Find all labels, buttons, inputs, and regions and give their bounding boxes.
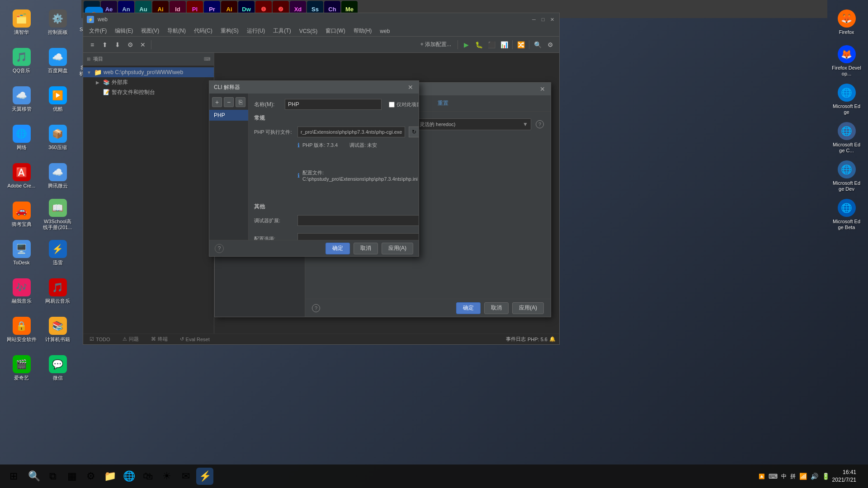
cli-copy-button[interactable]: ⎘ bbox=[236, 97, 245, 107]
toolbar-hide-btn[interactable]: ✕ bbox=[137, 39, 148, 50]
tree-item-web[interactable]: ▼ 📁 web C:\phpstudy_pro\WWW\web bbox=[83, 67, 214, 77]
menu-code[interactable]: 代码(C) bbox=[190, 26, 216, 36]
toolbar-profile-btn[interactable]: 📊 bbox=[499, 39, 509, 50]
desktop-icon-wechat[interactable]: 💬 微信 bbox=[41, 350, 75, 386]
desktop-icon-baidu[interactable]: ☁️ 百度网盘 bbox=[41, 43, 75, 79]
toolbar-search-btn[interactable]: 🔍 bbox=[532, 39, 543, 50]
toolbar-settings-btn[interactable]: ⚙ bbox=[125, 39, 136, 50]
sys-tray-arrow[interactable]: 🔼 bbox=[759, 474, 765, 479]
desktop-icon-network[interactable]: 🌐 网络 bbox=[5, 120, 38, 156]
menu-window[interactable]: 窗口(W) bbox=[322, 26, 349, 36]
desktop-icon-edge-beta[interactable]: 🌐 Microsoft Edge Beta bbox=[830, 197, 863, 233]
ide-close-button[interactable]: ✕ bbox=[548, 16, 556, 23]
tab-todo[interactable]: ☑ TODO bbox=[87, 335, 113, 343]
taskbar-widgets-button[interactable]: ▦ bbox=[63, 468, 80, 485]
toolbar-project-btn[interactable]: ≡ bbox=[87, 39, 98, 50]
cli-config-options-input[interactable] bbox=[297, 233, 419, 240]
desktop-icon-netease[interactable]: 🎵 网易云音乐 bbox=[41, 273, 75, 310]
taskbar-explorer-button[interactable]: 📁 bbox=[101, 468, 118, 485]
desktop-icon-firefox-dev[interactable]: 🦊 Firefox Develop... bbox=[830, 43, 863, 79]
desktop-icon-tianyiyun[interactable]: ☁️ 天翼移管 bbox=[5, 81, 38, 117]
desktop-icon-youku[interactable]: ▶️ 优酷 bbox=[41, 81, 75, 117]
taskbar-corner-button[interactable] bbox=[859, 468, 864, 485]
menu-run[interactable]: 运行(U) bbox=[243, 26, 269, 36]
cli-exe-refresh-button[interactable]: ↻ bbox=[409, 127, 419, 137]
youku-label: 优酷 bbox=[53, 106, 63, 112]
taskbar-clock[interactable]: 16:41 2021/7/21 bbox=[832, 469, 856, 484]
taskbar-store-button[interactable]: 🛍 bbox=[139, 468, 156, 485]
toolbar-btn2[interactable]: ⬇ bbox=[112, 39, 123, 50]
tab-eval-reset[interactable]: ↺ Eval Reset bbox=[177, 335, 212, 343]
desktop-icon-tencent[interactable]: ☁️ 腾讯微云 bbox=[41, 158, 75, 194]
cli-name-input[interactable] bbox=[285, 99, 382, 110]
desktop-icon-controlpanel[interactable]: ⚙️ 控制面板 bbox=[41, 5, 75, 41]
desktop-icon-w3school[interactable]: 📖 W3School高线手册(201... bbox=[41, 197, 75, 233]
menu-help[interactable]: 帮助(H) bbox=[350, 26, 376, 36]
ide-minimize-button[interactable]: ─ bbox=[530, 16, 538, 23]
tree-item-scratch[interactable]: 📝 暂存文件和控制台 bbox=[83, 87, 214, 97]
desktop-icon-qikao[interactable]: 🚗 骑考宝典 bbox=[5, 197, 38, 233]
toolbar-run-btn[interactable]: ▶ bbox=[461, 39, 472, 50]
start-button[interactable]: ⊞ bbox=[4, 466, 24, 486]
cli-list-item-php[interactable]: PHP bbox=[209, 110, 248, 121]
php-level-help-icon[interactable]: ? bbox=[536, 120, 544, 128]
desktop-icon-manzhi[interactable]: 🗂️ 满智华 bbox=[5, 5, 38, 41]
tree-item-extlib[interactable]: ▶ 📚 外部库 bbox=[83, 77, 214, 87]
settings-reset-link[interactable]: 重置 bbox=[438, 99, 448, 107]
menu-tools[interactable]: 工具(T) bbox=[269, 26, 294, 36]
settings-ok-button[interactable]: 确定 bbox=[456, 302, 481, 314]
menu-edit[interactable]: 编辑(E) bbox=[111, 26, 137, 36]
toolbar-vcs-btn[interactable]: 🔀 bbox=[515, 39, 526, 50]
taskbar-phpstorm-button[interactable]: ⚡ bbox=[196, 468, 213, 485]
sys-volume-icon[interactable]: 🔊 bbox=[811, 473, 818, 480]
taskbar-search-button[interactable]: 🔍 bbox=[25, 468, 42, 485]
tab-terminal[interactable]: ⌘ 终端 bbox=[148, 335, 170, 343]
cli-ok-button[interactable]: 确定 bbox=[326, 243, 350, 254]
toolbar-btn1[interactable]: ⬆ bbox=[99, 39, 110, 50]
sys-wifi-icon[interactable]: 📶 bbox=[799, 473, 807, 480]
ide-maximize-button[interactable]: □ bbox=[539, 16, 547, 23]
toolbar-debug-btn[interactable]: 🐛 bbox=[473, 39, 484, 50]
settings-apply-button[interactable]: 应用(A) bbox=[512, 302, 544, 314]
desktop-icon-firefox[interactable]: 🦊 Firefox bbox=[830, 5, 863, 41]
menu-file[interactable]: 文件(F) bbox=[85, 26, 110, 36]
desktop-icon-huoyun[interactable]: 🔒 网站安全软件 bbox=[5, 312, 38, 348]
desktop-icon-xunlei[interactable]: ⚡ 迅雷 bbox=[41, 235, 75, 271]
cli-apply-button[interactable]: 应用(A) bbox=[382, 243, 413, 254]
toolbar-more-btn[interactable]: ⚙ bbox=[545, 39, 556, 50]
taskbar-taskview-button[interactable]: ⧉ bbox=[44, 468, 61, 485]
cli-close-button[interactable]: ✕ bbox=[407, 84, 414, 91]
taskbar-mail-button[interactable]: ✉ bbox=[177, 468, 194, 485]
settings-help-button[interactable]: ? bbox=[312, 304, 320, 312]
desktop-icon-edge-dev[interactable]: 🌐 Microsoft Edge Dev bbox=[830, 158, 863, 194]
menu-view[interactable]: 视图(V) bbox=[137, 26, 163, 36]
cli-only-project-checkbox[interactable] bbox=[389, 102, 395, 108]
desktop-icon-rongwo[interactable]: 🎶 融我音乐 bbox=[5, 273, 38, 310]
menu-refactor[interactable]: 重构(S) bbox=[217, 26, 242, 36]
cli-remove-button[interactable]: − bbox=[224, 97, 234, 107]
desktop-icon-edge[interactable]: 🌐 Microsoft Edge bbox=[830, 81, 863, 117]
desktop-icon-qqmusic[interactable]: 🎵 QQ音乐 bbox=[5, 43, 38, 79]
desktop-icon-360[interactable]: 📦 360压缩 bbox=[41, 120, 75, 156]
desktop-icon-edge-canary[interactable]: 🌐 Microsoft Edge C... bbox=[830, 120, 863, 156]
settings-cancel-button[interactable]: 取消 bbox=[484, 302, 509, 314]
cli-add-button[interactable]: + bbox=[212, 97, 222, 107]
desktop-icon-iqiyi[interactable]: 🎬 爱奇艺 bbox=[5, 350, 38, 386]
cli-debugger-ext-input[interactable] bbox=[297, 215, 419, 226]
taskbar-edge-button[interactable]: 🌐 bbox=[120, 468, 137, 485]
desktop-icon-todesk[interactable]: 🖥️ ToDesk bbox=[5, 235, 38, 271]
menu-web[interactable]: web bbox=[376, 27, 393, 35]
toolbar-add-config-btn[interactable]: + 添加配置... bbox=[417, 39, 455, 50]
desktop-icon-books[interactable]: 📚 计算机书籍 bbox=[41, 312, 75, 348]
taskbar-settings-button[interactable]: ⚙ bbox=[82, 468, 99, 485]
manzhi-icon: 🗂️ bbox=[13, 9, 31, 28]
cli-cancel-button[interactable]: 取消 bbox=[354, 243, 378, 254]
menu-navigate[interactable]: 导航(N) bbox=[164, 26, 189, 36]
settings-close-button[interactable]: ✕ bbox=[539, 85, 546, 93]
desktop-icon-adobe[interactable]: 🅰️ Adobe Cre... bbox=[5, 158, 38, 194]
menu-vcs[interactable]: VCS(S) bbox=[296, 27, 321, 35]
cli-help-button[interactable]: ? bbox=[215, 244, 224, 253]
taskbar-weather-button[interactable]: ☀ bbox=[158, 468, 175, 485]
tab-problems[interactable]: ⚠ 问题 bbox=[120, 335, 142, 343]
toolbar-coverage-btn[interactable]: ⬛ bbox=[486, 39, 497, 50]
